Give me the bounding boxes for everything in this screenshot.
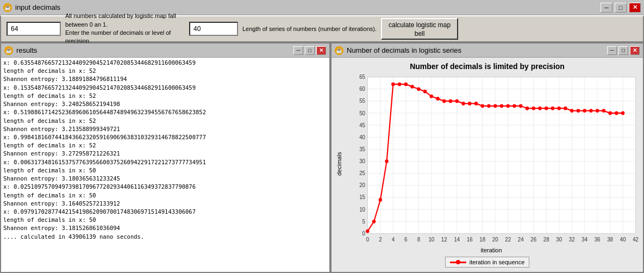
svg-text:45: 45 <box>359 122 365 128</box>
data-point <box>487 104 491 108</box>
svg-text:30: 30 <box>556 237 562 243</box>
svg-text:5: 5 <box>362 219 366 225</box>
chart-minimize-button[interactable]: ─ <box>607 46 617 55</box>
result-line: Shannon entropy: 3.164052572133912 <box>3 200 327 208</box>
result-line: .... calculated in 43906139 nano seconds… <box>3 233 327 241</box>
data-point <box>366 229 370 233</box>
result-line: x: 0.51988617142523689606105644874894963… <box>3 108 327 116</box>
data-point <box>557 107 561 110</box>
svg-text:65: 65 <box>359 74 365 80</box>
main-area: ☕ results ─ □ ✕ x: 0.6355487665721324409… <box>0 42 644 273</box>
results-icon: ☕ <box>4 46 13 55</box>
data-point <box>493 104 497 108</box>
results-close-button[interactable]: ✕ <box>316 46 326 55</box>
result-line: x: 0.99841816074418436623205916906963831… <box>3 133 327 141</box>
data-point <box>596 109 599 113</box>
results-minimize-button[interactable]: ─ <box>293 46 303 55</box>
app-icon: ☕ <box>3 3 12 12</box>
data-point <box>410 85 414 89</box>
result-line: length of decimals in x: 52 <box>3 141 327 150</box>
input-bar: All numbers calculated by logistic map f… <box>0 15 644 42</box>
data-point <box>379 198 383 202</box>
svg-text:10: 10 <box>428 237 434 243</box>
data-point <box>398 83 402 86</box>
results-maximize-button[interactable]: □ <box>305 46 315 55</box>
legend-dot <box>456 260 460 264</box>
svg-text:36: 36 <box>595 237 601 243</box>
svg-text:22: 22 <box>505 237 511 243</box>
results-panel: ☕ results ─ □ ✕ x: 0.6355487665721324409… <box>0 42 330 273</box>
chart-legend: iteration in sequence <box>445 257 530 268</box>
svg-text:25: 25 <box>359 170 365 176</box>
svg-text:40: 40 <box>620 237 626 243</box>
results-title-left: ☕ results <box>4 46 37 55</box>
data-point <box>512 104 516 108</box>
svg-text:34: 34 <box>582 237 587 243</box>
decimal-input[interactable] <box>7 22 61 36</box>
chart-main-title: Number of decimals is limited by precisi… <box>410 62 565 71</box>
result-line: Shannon entropy: 3.240258652194198 <box>3 100 327 108</box>
data-point <box>436 97 440 101</box>
data-point <box>583 109 586 113</box>
chart-area: decimals <box>336 74 639 253</box>
chart-maximize-button[interactable]: □ <box>618 46 628 55</box>
data-point <box>430 95 434 98</box>
close-button[interactable]: ✕ <box>629 3 641 13</box>
data-point <box>500 104 504 108</box>
result-line: Shannon entropy: 3.18891884796811194 <box>3 75 327 83</box>
data-point <box>526 107 529 110</box>
results-title: results <box>16 46 37 54</box>
result-line: Shannon entropy: 3.180365631233245 <box>3 175 327 183</box>
result-line: length of decimals in x: 50 <box>3 166 327 175</box>
data-point <box>519 104 523 108</box>
svg-text:38: 38 <box>607 237 613 243</box>
iterations-description: Length of series of numbers (number of i… <box>242 26 377 32</box>
svg-text:20: 20 <box>492 237 498 243</box>
results-content[interactable]: x: 0.63554876657213244092904521470208534… <box>1 58 329 272</box>
svg-text:35: 35 <box>359 146 365 152</box>
svg-text:15: 15 <box>359 194 365 200</box>
maximize-button[interactable]: □ <box>615 3 627 13</box>
results-title-bar: ☕ results ─ □ ✕ <box>1 44 329 58</box>
result-line: x: 0.09791702877442154198620907001748306… <box>3 208 327 216</box>
result-line: x: 0.00631734816153757763956600375260942… <box>3 158 327 166</box>
chart-svg-container: 0 5 10 15 20 25 30 35 40 45 50 55 <box>344 74 639 246</box>
data-point <box>621 111 625 115</box>
svg-text:12: 12 <box>441 237 447 243</box>
data-point <box>423 90 427 94</box>
legend-line-indicator <box>450 262 466 263</box>
svg-text:32: 32 <box>569 237 575 243</box>
svg-text:24: 24 <box>518 237 524 243</box>
result-line: length of decimals in x: 50 <box>3 216 327 224</box>
svg-text:26: 26 <box>530 237 536 243</box>
iterations-input[interactable] <box>189 22 238 36</box>
data-point <box>570 109 574 113</box>
calculate-button[interactable]: calculate logistic map bell <box>381 18 458 40</box>
data-point <box>372 220 376 224</box>
data-point <box>538 107 542 110</box>
result-line: length of decimals in x: 52 <box>3 67 327 75</box>
result-line: length of decimals in x: 52 <box>3 92 327 100</box>
data-point <box>480 104 484 108</box>
chart-close-button[interactable]: ✕ <box>630 46 640 55</box>
svg-text:60: 60 <box>359 86 365 92</box>
chart-content: Number of decimals is limited by precisi… <box>332 58 643 272</box>
result-line: length of decimals in x: 52 <box>3 117 327 125</box>
svg-text:16: 16 <box>467 237 473 243</box>
minimize-button[interactable]: ─ <box>601 3 612 13</box>
data-point <box>545 107 548 110</box>
chart-panel-title: Number of decimals in logistic series <box>347 46 461 54</box>
result-line: Shannon entropy: 3.272958721226321 <box>3 150 327 158</box>
chart-plot-area: 0 5 10 15 20 25 30 35 40 45 50 55 <box>344 74 639 253</box>
chart-panel: ☕ Number of decimals in logistic series … <box>330 42 644 273</box>
chart-title-bar: ☕ Number of decimals in logistic series … <box>332 44 643 58</box>
data-point <box>404 83 408 86</box>
svg-text:28: 28 <box>543 237 549 243</box>
data-point <box>608 111 612 115</box>
decimal-description: All numbers calculated by logistic map f… <box>65 12 185 46</box>
data-point <box>589 109 593 113</box>
title-bar-controls: ─ □ ✕ <box>601 3 641 13</box>
data-point <box>449 99 453 103</box>
data-point <box>551 107 555 110</box>
results-panel-controls: ─ □ ✕ <box>293 46 326 55</box>
